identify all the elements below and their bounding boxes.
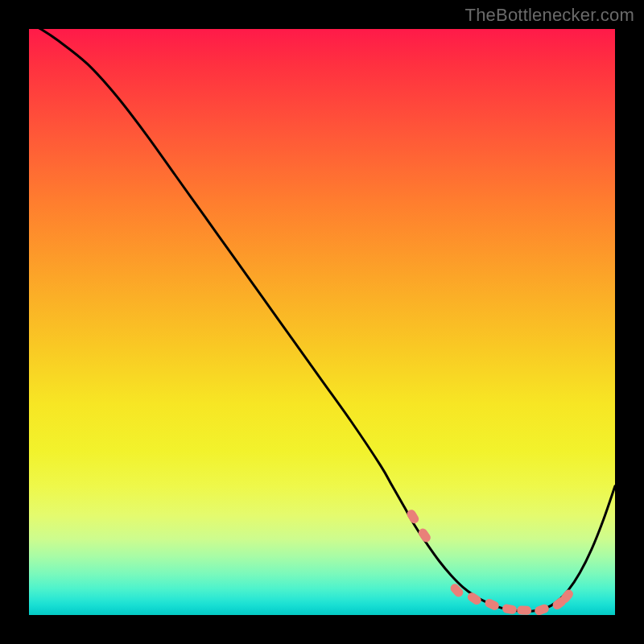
plot-area [29,29,615,615]
highlight-dot [417,526,432,543]
watermark-text: TheBottlenecker.com [465,5,634,26]
chart-svg [29,29,615,615]
highlight-dot [534,603,551,615]
highlight-dot [502,604,518,615]
chart-frame: TheBottlenecker.com [0,0,644,644]
highlight-dot [466,591,483,606]
bottleneck-curve [29,29,615,611]
highlight-dot [484,597,501,612]
highlight-dots-group [405,508,575,615]
highlight-dot [448,582,464,599]
highlight-dot [517,605,532,615]
